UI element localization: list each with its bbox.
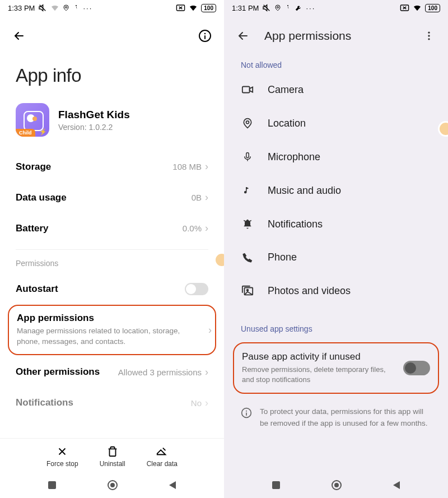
mute-icon <box>262 3 271 12</box>
svg-point-18 <box>246 121 249 124</box>
clear-data-button[interactable]: Clear data <box>147 445 178 468</box>
perm-music-row[interactable]: Music and audio <box>224 174 448 207</box>
info-button[interactable] <box>195 26 215 46</box>
app-icon: Child ⚡ <box>16 103 49 137</box>
footer-note: To protect your data, permissions for th… <box>224 402 448 436</box>
chevron-right-icon: › <box>205 397 208 409</box>
battery-row[interactable]: Battery 0.0%› <box>0 213 224 244</box>
more-icon: ··· <box>83 4 92 12</box>
svg-point-1 <box>66 7 67 8</box>
svg-point-16 <box>428 38 430 40</box>
divider <box>16 249 208 250</box>
nav-recent-icon[interactable] <box>47 480 57 490</box>
svg-rect-17 <box>242 87 250 93</box>
chevron-right-icon: › <box>205 366 208 378</box>
mute-icon <box>38 3 47 12</box>
perm-camera-row[interactable]: Camera <box>224 73 448 106</box>
location-icon <box>274 4 281 12</box>
chevron-right-icon: › <box>205 161 208 173</box>
svg-point-27 <box>334 483 339 487</box>
notifications-row[interactable]: Notifications No› <box>0 388 224 411</box>
nav-home-icon[interactable] <box>107 480 118 491</box>
status-time: 1:33 PM <box>8 4 35 12</box>
unused-section-header: Unused app settings <box>224 308 448 337</box>
data-usage-label: Data usage <box>16 192 67 203</box>
nav-bar <box>224 472 448 498</box>
pause-title: Pause app activity if unused <box>242 351 395 362</box>
perm-notifications-row[interactable]: Notifications <box>224 207 448 241</box>
camera-icon <box>241 83 254 96</box>
nav-back-icon[interactable] <box>168 480 177 490</box>
not-allowed-header: Not allowed <box>224 53 448 73</box>
app-version: Version: 1.0.2.2 <box>58 123 130 132</box>
location-icon <box>63 4 69 12</box>
pause-toggle[interactable] <box>403 361 430 375</box>
wifi-icon <box>413 4 422 12</box>
svg-point-9 <box>110 483 115 487</box>
battery-indicator: 100 <box>425 4 440 12</box>
chevron-right-icon: › <box>205 222 208 234</box>
pause-sub: Remove permissions, delete temporary fil… <box>242 365 395 385</box>
header-title: App permissions <box>264 29 408 43</box>
back-button[interactable] <box>9 26 29 46</box>
force-stop-button[interactable]: Force stop <box>46 445 78 468</box>
status-time: 1:31 PM <box>232 4 259 12</box>
svg-point-14 <box>428 32 430 34</box>
perm-phone-row[interactable]: Phone <box>224 241 448 274</box>
info-icon <box>241 407 252 418</box>
battery-indicator: 100 <box>201 4 216 12</box>
bell-icon <box>241 218 254 230</box>
phone-icon <box>241 252 254 263</box>
uninstall-button[interactable]: Uninstall <box>100 445 125 468</box>
battery-label: Battery <box>16 223 49 234</box>
wifi-icon <box>189 4 198 12</box>
svg-point-12 <box>287 5 288 6</box>
microphone-icon <box>241 151 254 163</box>
page-title: App info <box>0 53 224 103</box>
other-permissions-row[interactable]: Other permissions Allowed 3 permissions› <box>0 355 224 388</box>
overflow-button[interactable] <box>419 26 439 46</box>
app-name: FlashGet Kids <box>58 109 130 121</box>
svg-point-21 <box>247 290 249 291</box>
app-permissions-label: App permissions <box>17 313 207 324</box>
nav-bar <box>0 472 224 498</box>
action-bar: Force stop Uninstall Clear data <box>0 438 224 472</box>
storage-label: Storage <box>16 161 51 173</box>
music-icon <box>241 184 254 197</box>
notifications-label: Notifications <box>16 397 73 408</box>
running-icon <box>73 4 80 12</box>
autostart-toggle[interactable] <box>185 283 208 295</box>
svg-point-11 <box>277 7 279 8</box>
svg-rect-25 <box>272 481 280 489</box>
storage-row[interactable]: Storage 108 MB› <box>0 151 224 182</box>
permissions-section-header: Permissions <box>0 255 224 273</box>
svg-rect-7 <box>48 481 56 489</box>
chevron-right-icon: › <box>205 192 208 203</box>
svg-point-15 <box>428 35 430 36</box>
screenshot-icon <box>176 4 185 12</box>
back-button[interactable] <box>233 26 253 46</box>
autostart-row[interactable]: Autostart <box>0 273 224 305</box>
svg-rect-19 <box>246 153 249 158</box>
perm-location-row[interactable]: Location <box>224 106 448 140</box>
chevron-right-icon: › <box>208 324 212 336</box>
nav-recent-icon[interactable] <box>271 480 281 490</box>
nav-home-icon[interactable] <box>331 480 342 491</box>
pause-activity-row[interactable]: Pause app activity if unused Remove perm… <box>233 342 439 394</box>
photos-icon <box>241 285 254 297</box>
nav-back-icon[interactable] <box>392 480 401 490</box>
location-icon <box>241 117 254 129</box>
screenshot-icon <box>400 4 409 12</box>
wrench-icon <box>295 4 302 12</box>
app-permissions-sub: Manage permissions related to location, … <box>17 326 207 347</box>
wifi-weak-icon <box>50 4 59 12</box>
perm-photos-row[interactable]: Photos and videos <box>224 274 448 308</box>
data-usage-row[interactable]: Data usage 0B› <box>0 182 224 213</box>
other-permissions-label: Other permissions <box>16 366 100 378</box>
more-icon: ··· <box>306 4 315 12</box>
status-bar: 1:31 PM ··· 100 <box>224 0 448 16</box>
status-bar: 1:33 PM ··· 100 <box>0 0 224 16</box>
app-permissions-row[interactable]: App permissions Manage permissions relat… <box>8 305 216 355</box>
svg-point-2 <box>76 5 77 6</box>
perm-microphone-row[interactable]: Microphone <box>224 140 448 174</box>
